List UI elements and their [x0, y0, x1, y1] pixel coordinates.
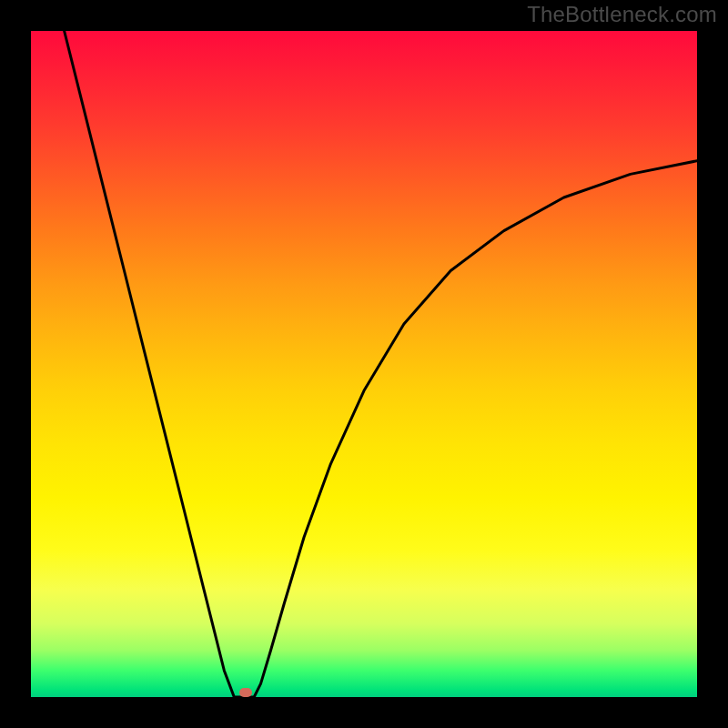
optimum-marker: [239, 688, 252, 697]
plot-area: [31, 31, 697, 697]
chart-frame: TheBottleneck.com: [0, 0, 728, 728]
bottleneck-curve: [31, 31, 697, 697]
watermark-text: TheBottleneck.com: [527, 2, 717, 27]
